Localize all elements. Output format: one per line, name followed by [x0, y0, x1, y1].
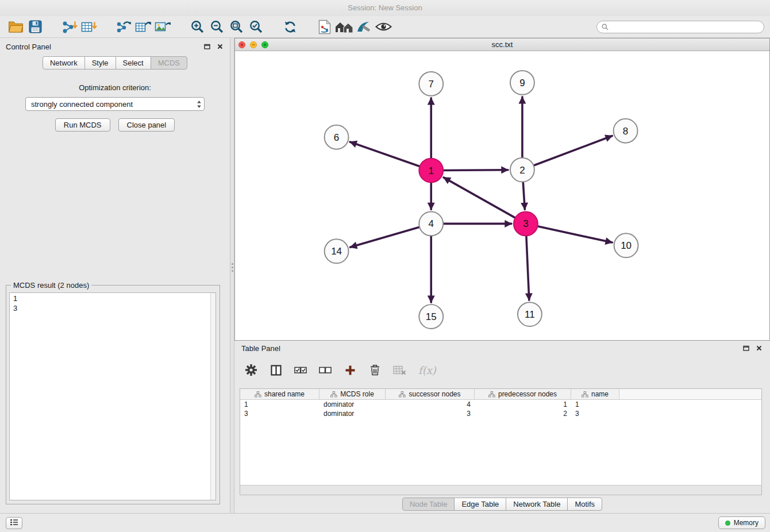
zoom-out-button[interactable] [207, 18, 226, 36]
export-table-icon [135, 20, 151, 34]
node-label: 4 [429, 218, 434, 229]
panel-divider[interactable] [230, 38, 234, 513]
table-cell[interactable]: 4 [386, 400, 475, 408]
show-hide-button[interactable] [374, 18, 393, 36]
search-box[interactable] [596, 21, 764, 33]
select-all-button[interactable] [294, 361, 307, 379]
export-image-button[interactable] [153, 18, 172, 36]
open-network-file-button[interactable] [315, 18, 334, 36]
network-window-titlebar[interactable]: scc.txt [235, 38, 769, 51]
delete-row-button[interactable] [368, 361, 381, 379]
table-row[interactable]: 3dominator323 [240, 409, 761, 418]
result-scrollbar[interactable] [210, 293, 215, 500]
float-table-panel-icon[interactable] [743, 345, 749, 351]
node-label: 2 [519, 165, 525, 176]
export-image-icon [155, 20, 171, 34]
node-3[interactable]: 3 [514, 211, 538, 236]
edge-2-8[interactable] [534, 136, 612, 165]
close-panel-icon[interactable] [217, 44, 223, 49]
close-panel-button[interactable]: Close panel [118, 118, 175, 132]
edge-3-11[interactable] [526, 236, 529, 300]
table-cell[interactable]: 3 [386, 410, 475, 418]
table-cell[interactable]: 1 [240, 400, 319, 408]
table-horizontal-scrollbar[interactable] [240, 485, 761, 495]
network-canvas[interactable]: 7968124314101511 [235, 51, 769, 340]
zoom-fit-button[interactable] [226, 18, 246, 36]
node-6[interactable]: 6 [325, 125, 349, 149]
tab-network[interactable]: Network [43, 56, 85, 70]
node-9[interactable]: 9 [510, 71, 534, 95]
edge-3-10[interactable] [538, 226, 612, 242]
column-header-successor-nodes[interactable]: successor nodes [386, 389, 475, 399]
refresh-button[interactable] [280, 18, 300, 36]
tab-network-table[interactable]: Network Table [506, 498, 568, 511]
column-header-mcds-role[interactable]: MCDS role [319, 389, 386, 399]
table-cell[interactable]: 1 [475, 400, 571, 408]
node-2[interactable]: 2 [510, 158, 534, 182]
table-cell[interactable]: 1 [571, 400, 619, 408]
table-cell[interactable]: 3 [240, 410, 319, 418]
annotations-button[interactable] [354, 18, 374, 36]
zoom-in-button[interactable] [187, 18, 207, 36]
node-8[interactable]: 8 [614, 119, 638, 143]
node-10[interactable]: 10 [614, 233, 638, 257]
toolbar-group [187, 18, 265, 36]
deselect-all-button[interactable] [319, 361, 332, 379]
network-canvas-svg[interactable]: 7968124314101511 [235, 51, 769, 340]
node-4[interactable]: 4 [419, 211, 443, 236]
close-window-icon[interactable] [238, 41, 245, 48]
table-cell[interactable]: 2 [475, 410, 571, 418]
table-cell[interactable]: 3 [571, 410, 619, 418]
first-neighbors-icon [335, 20, 354, 33]
save-session-button[interactable] [25, 18, 45, 36]
column-header-shared-name[interactable]: shared name [240, 389, 319, 399]
edge-4-14[interactable] [351, 227, 419, 247]
export-network-button[interactable] [114, 18, 133, 36]
node-1[interactable]: 1 [419, 159, 443, 183]
edge-2-3[interactable] [523, 183, 525, 210]
node-14[interactable]: 14 [325, 239, 349, 263]
edge-1-2[interactable] [444, 170, 508, 171]
toolbar-group [280, 18, 300, 36]
column-header-name[interactable]: name [571, 389, 619, 399]
zoom-selected-button[interactable] [246, 18, 265, 36]
run-mcds-button[interactable]: Run MCDS [55, 118, 110, 132]
criterion-dropdown[interactable]: strongly connected component [25, 97, 205, 111]
network-window: scc.txt 7968124314101511 [234, 38, 770, 341]
tab-mcds[interactable]: MCDS [151, 56, 187, 70]
import-network-button[interactable] [60, 18, 79, 36]
settings-button[interactable] [245, 361, 257, 379]
add-row-button[interactable] [344, 361, 356, 379]
open-session-button[interactable] [6, 18, 25, 36]
table-cell[interactable]: dominator [319, 400, 386, 408]
node-7[interactable]: 7 [419, 72, 443, 96]
minimize-window-icon[interactable] [250, 41, 257, 48]
tab-style[interactable]: Style [84, 56, 116, 70]
export-table-button[interactable] [133, 18, 153, 36]
memory-button[interactable]: Memory [718, 516, 765, 529]
table-cell[interactable]: dominator [319, 410, 386, 418]
column-sort-icon [488, 391, 495, 398]
edge-3-1[interactable] [444, 178, 515, 218]
import-table-button[interactable] [79, 18, 99, 36]
column-header-predecessor-nodes[interactable]: predecessor nodes [475, 389, 571, 399]
node-11[interactable]: 11 [518, 302, 542, 326]
dropdown-arrows-icon [197, 100, 202, 109]
first-neighbors-button[interactable] [334, 18, 354, 36]
float-panel-icon[interactable] [204, 44, 210, 49]
columns-button[interactable] [270, 361, 282, 379]
tab-edge-table[interactable]: Edge Table [454, 498, 506, 511]
node-15[interactable]: 15 [419, 304, 443, 329]
edge-1-6[interactable] [350, 142, 419, 166]
show-panels-button[interactable] [6, 517, 22, 529]
close-table-panel-icon[interactable] [756, 345, 762, 351]
toolbar-group [315, 18, 393, 36]
tab-node-table[interactable]: Node Table [402, 498, 455, 511]
tab-motifs[interactable]: Motifs [567, 498, 602, 511]
table-row[interactable]: 1dominator411 [240, 400, 761, 409]
node-label: 1 [429, 165, 434, 176]
maximize-window-icon[interactable] [261, 41, 268, 48]
delete-row-icon [370, 364, 380, 376]
tab-select[interactable]: Select [116, 56, 151, 70]
search-input[interactable] [611, 22, 759, 31]
